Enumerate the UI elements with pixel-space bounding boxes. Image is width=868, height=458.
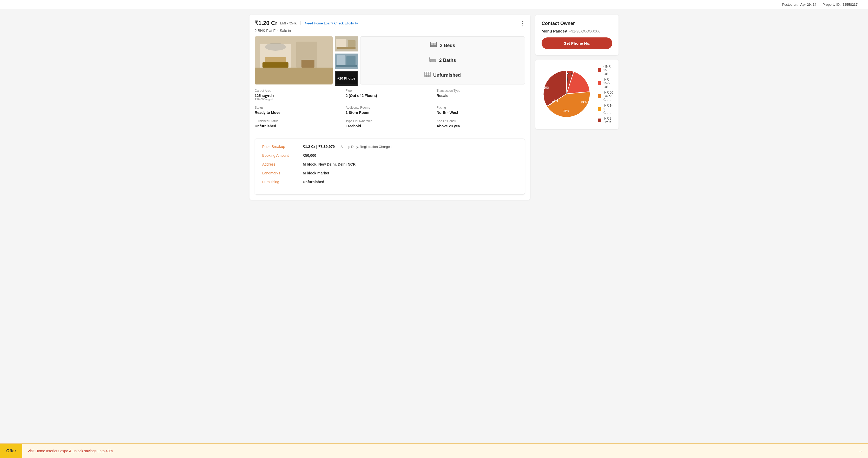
legend-color-1	[598, 68, 601, 72]
pie-chart-container: 5% 19% 35% 25% 16% <INR 25 Lakh	[540, 65, 613, 124]
furnishing-row: Furnishing Unfurnished	[262, 180, 518, 184]
more-options-button[interactable]: ⋮	[520, 20, 525, 26]
furnishing-feature: Unfurnished	[424, 71, 461, 80]
carpet-area-sub: ₹96,000/sqyrd	[255, 98, 343, 101]
legend-item-3: INR 50 Lakh-1 Crore	[598, 91, 613, 102]
svg-rect-25	[430, 61, 431, 62]
contact-info-row: Monu Pandey +91-98XXXXXXXX	[541, 29, 612, 33]
pie-chart-svg-wrap: 5% 19% 35% 25% 16%	[540, 68, 592, 121]
top-bar: Posted on: Apr 29, 24 Property ID: 72558…	[0, 0, 868, 9]
svg-rect-21	[436, 42, 437, 47]
booking-amount-label: Booking Amount	[262, 153, 299, 157]
legend-item-2: INR 25-50 Lakh	[598, 78, 613, 89]
legend-color-3	[598, 94, 601, 98]
pie-label-5: 5%	[569, 73, 572, 75]
contact-card: Contact Owner Monu Pandey +91-98XXXXXXXX…	[535, 14, 619, 55]
legend-color-5	[598, 119, 601, 122]
pie-chart-card: 5% 19% 35% 25% 16% <INR 25 Lakh	[535, 60, 619, 129]
address-row: Address M block, New Delhi, Delhi NCR	[262, 162, 518, 166]
status-cell: Status Ready to Move	[255, 106, 343, 115]
photos-count-overlay[interactable]: +20 Photos	[335, 71, 358, 86]
svg-rect-6	[265, 57, 286, 62]
svg-rect-10	[348, 40, 355, 47]
landmarks-label: Landmarks	[262, 171, 299, 175]
furnishing-text: Unfurnished	[433, 72, 461, 78]
carpet-area-cell: Carpet Area 125 sqyrd ▾ ₹96,000/sqyrd	[255, 89, 343, 101]
legend-label-2: INR 25-50 Lakh	[603, 78, 613, 89]
booking-amount-row: Booking Amount ₹50,000	[262, 153, 518, 157]
svg-point-4	[265, 43, 286, 51]
svg-rect-15	[336, 65, 357, 67]
furnish-icon	[424, 72, 431, 79]
legend-label-3: INR 50 Lakh-1 Crore	[603, 91, 613, 102]
furnishing-value: Unfurnished	[303, 180, 324, 184]
contact-phone: +91-98XXXXXXXX	[569, 29, 600, 33]
transaction-cell: Transaction Type Resale	[437, 89, 525, 101]
facing-value: North - West	[437, 111, 525, 115]
features-bar: 2 Beds 2 Baths	[360, 36, 525, 85]
floor-cell: Floor 2 (Out of 2 Floors)	[346, 89, 434, 101]
svg-rect-11	[337, 47, 355, 50]
price-breakup-row: Price Breakup ₹1.2 Cr | ₹8,39,979 Stamp …	[262, 145, 518, 149]
emi-text: EMI - ₹54k	[280, 21, 297, 25]
property-title: 2 BHK Flat For Sale in	[255, 29, 525, 33]
property-id-text: Property ID: 72558237	[823, 3, 858, 6]
pie-label-16: 16%	[552, 99, 558, 102]
main-property-image	[255, 36, 333, 85]
age-value: Above 20 yea	[437, 124, 525, 128]
transaction-value: Resale	[437, 94, 525, 98]
furnished-status-label: Furnished Status	[255, 119, 343, 123]
transaction-label: Transaction Type	[437, 89, 525, 93]
facing-label: Facing	[437, 106, 525, 110]
thumbnail-1[interactable]	[335, 36, 358, 52]
beds-feature: 2 Beds	[430, 41, 455, 50]
status-label: Status	[255, 106, 343, 110]
loan-eligibility-link[interactable]: Need Home Loan? Check Eligibility	[305, 21, 358, 25]
landmarks-row: Landmarks M block market	[262, 171, 518, 175]
age-label: Age Of Constr	[437, 119, 525, 123]
offer-bar[interactable]: Offer Visit Home Interiors expo & unlock…	[0, 444, 868, 458]
price-breakup-sub: Stamp Duty, Registration Charges	[340, 145, 392, 149]
add-rooms-value: 1 Store Room	[346, 111, 434, 115]
svg-rect-23	[434, 43, 436, 45]
legend-color-4	[598, 108, 601, 111]
posted-on-text: Posted on: Apr 29, 24	[782, 3, 816, 6]
svg-rect-14	[346, 56, 355, 65]
svg-rect-22	[431, 43, 433, 45]
landmarks-value: M block market	[303, 171, 329, 175]
offer-arrow-icon[interactable]: →	[852, 448, 868, 454]
furnishing-label: Furnishing	[262, 180, 299, 184]
pie-legend: <INR 25 Lakh INR 25-50 Lakh INR 50 Lakh-…	[598, 65, 613, 124]
status-value: Ready to Move	[255, 111, 343, 115]
thumbnail-2[interactable]	[335, 54, 358, 69]
property-details-grid: Carpet Area 125 sqyrd ▾ ₹96,000/sqyrd Fl…	[255, 89, 525, 128]
thumbnail-3[interactable]: +20 Photos	[335, 71, 358, 86]
svg-rect-1	[255, 68, 333, 85]
legend-label-4: INR 1-2 Crore	[603, 104, 613, 115]
svg-rect-9	[336, 39, 346, 47]
legend-item-4: INR 1-2 Crore	[598, 104, 613, 115]
facing-cell: Facing North - West	[437, 106, 525, 115]
thumbnail-column: +20 Photos	[335, 36, 358, 86]
beds-text: 2 Beds	[440, 43, 455, 48]
pie-chart-svg: 5% 19% 35% 25% 16%	[540, 68, 592, 120]
legend-label-1: <INR 25 Lakh	[603, 65, 613, 75]
add-rooms-cell: Additional Rooms 1 Store Room	[346, 106, 434, 115]
price: ₹1.20 Cr	[255, 20, 277, 27]
carpet-area-label: Carpet Area	[255, 89, 343, 93]
svg-rect-7	[302, 60, 314, 68]
offer-text: Visit Home Interiors expo & unlock savin…	[22, 449, 852, 453]
right-panel: Contact Owner Monu Pandey +91-98XXXXXXXX…	[535, 14, 619, 200]
bed-icon	[430, 42, 437, 49]
pie-label-25: 25%	[544, 86, 549, 89]
baths-text: 2 Baths	[439, 58, 456, 63]
carpet-area-value: 125 sqyrd ▾	[255, 94, 343, 98]
svg-point-35	[567, 73, 569, 74]
booking-amount-value: ₹50,000	[303, 153, 316, 157]
contact-name: Monu Pandey	[541, 29, 567, 33]
get-phone-button[interactable]: Get Phone No.	[541, 37, 612, 49]
bath-icon	[429, 57, 436, 64]
furnished-status-value: Unfurnished	[255, 124, 343, 128]
offer-badge: Offer	[0, 444, 22, 458]
furnished-status-cell: Furnished Status Unfurnished	[255, 119, 343, 128]
